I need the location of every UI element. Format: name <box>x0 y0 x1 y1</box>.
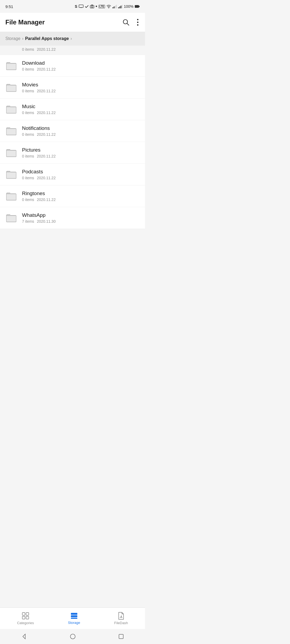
file-date: 2020.11.22 <box>37 154 56 158</box>
svg-rect-10 <box>118 7 119 8</box>
app-header: File Manager <box>0 13 145 32</box>
svg-rect-0 <box>79 5 83 8</box>
svg-line-17 <box>127 23 129 25</box>
file-info: Movies 0 items 2020.11.22 <box>22 82 56 93</box>
status-time: 9:51 <box>5 4 13 9</box>
svg-rect-15 <box>139 6 140 7</box>
svg-rect-13 <box>122 5 123 8</box>
svg-rect-25 <box>6 151 16 157</box>
list-item[interactable]: Notifications 0 items 2020.11.22 <box>0 120 145 142</box>
list-item[interactable]: WhatsApp 7 items 2020.11.30 <box>0 207 145 229</box>
file-meta: 0 items 2020.11.22 <box>22 197 56 202</box>
page-title: File Manager <box>5 19 45 26</box>
partial-meta: 0 items 2020.11.22 <box>22 47 56 52</box>
status-icons: S • LTE 100% <box>75 4 140 9</box>
dot-icon: • <box>96 4 97 9</box>
file-name: Podcasts <box>22 169 56 175</box>
svg-point-4 <box>91 6 93 8</box>
file-name: WhatsApp <box>22 212 56 218</box>
file-date: 2020.11.22 <box>37 176 56 180</box>
svg-rect-26 <box>6 172 16 178</box>
file-items-count: 0 items <box>22 154 34 158</box>
battery-icon <box>135 5 140 8</box>
file-items-count: 0 items <box>22 89 34 93</box>
search-button[interactable] <box>121 18 130 27</box>
svg-rect-14 <box>135 5 139 8</box>
search-icon <box>122 19 129 26</box>
folder-icon <box>5 190 17 202</box>
file-date: 2020.11.22 <box>37 111 56 115</box>
folder-icon <box>5 60 17 72</box>
svg-rect-22 <box>6 85 16 92</box>
file-info: Ringtones 0 items 2020.11.22 <box>22 191 56 202</box>
svg-rect-9 <box>116 5 117 8</box>
svg-rect-27 <box>6 194 16 200</box>
breadcrumb-sep-1: › <box>22 36 23 41</box>
list-item[interactable]: Ringtones 0 items 2020.11.22 <box>0 185 145 207</box>
file-meta: 0 items 2020.11.22 <box>22 89 56 93</box>
more-options-button[interactable] <box>136 18 140 27</box>
file-info: Download 0 items 2020.11.22 <box>22 60 56 71</box>
battery-percent: 100% <box>124 4 133 9</box>
file-name: Ringtones <box>22 191 56 196</box>
svg-point-18 <box>137 19 139 20</box>
svg-rect-21 <box>6 64 16 70</box>
list-item[interactable]: Podcasts 0 items 2020.11.22 <box>0 164 145 185</box>
svg-rect-8 <box>115 6 116 8</box>
file-items-count: 7 items <box>22 219 34 224</box>
wifi-icon <box>106 5 111 8</box>
camera-icon <box>90 5 94 8</box>
file-info: Music 0 items 2020.11.22 <box>22 104 56 115</box>
lte-icon: LTE <box>99 5 105 8</box>
file-name: Notifications <box>22 125 56 131</box>
file-meta: 0 items 2020.11.22 <box>22 176 56 180</box>
file-info: Pictures 0 items 2020.11.22 <box>22 147 56 158</box>
partial-date: 2020.11.22 <box>37 47 56 52</box>
file-meta: 0 items 2020.11.22 <box>22 111 56 115</box>
svg-point-5 <box>108 8 109 8</box>
file-items-count: 0 items <box>22 197 34 202</box>
svg-point-19 <box>137 22 139 23</box>
file-name: Download <box>22 60 56 66</box>
file-date: 2020.11.22 <box>37 197 56 202</box>
file-items-count: 0 items <box>22 111 34 115</box>
breadcrumb-current[interactable]: Parallel Apps storage <box>25 36 69 41</box>
file-item-partial[interactable]: 0 items 2020.11.22 <box>0 46 145 55</box>
file-meta: 0 items 2020.11.22 <box>22 132 56 137</box>
svg-rect-12 <box>121 6 121 8</box>
folder-icon <box>5 82 17 93</box>
svg-rect-24 <box>6 129 16 135</box>
breadcrumb-sep-2: › <box>70 36 72 41</box>
file-items-count: 0 items <box>22 67 34 71</box>
svg-rect-28 <box>6 216 16 222</box>
file-info: WhatsApp 7 items 2020.11.30 <box>22 212 56 224</box>
breadcrumb-root[interactable]: Storage <box>5 36 20 41</box>
svg-rect-7 <box>114 6 115 8</box>
list-item[interactable]: Music 0 items 2020.11.22 <box>0 98 145 120</box>
list-item[interactable]: Movies 0 items 2020.11.22 <box>0 77 145 98</box>
skype-icon: S <box>75 4 77 9</box>
signal-icon-2 <box>118 5 122 8</box>
svg-rect-6 <box>113 7 113 8</box>
more-vert-icon <box>137 19 139 26</box>
header-actions <box>121 18 140 27</box>
breadcrumb: Storage › Parallel Apps storage › <box>0 32 145 46</box>
list-item[interactable]: Pictures 0 items 2020.11.22 <box>0 142 145 164</box>
file-info: Podcasts 0 items 2020.11.22 <box>22 169 56 180</box>
folder-icon <box>5 103 17 115</box>
file-items-count: 0 items <box>22 132 34 137</box>
partial-items: 0 items <box>22 47 34 52</box>
file-date: 2020.11.22 <box>37 89 56 93</box>
file-name: Music <box>22 104 56 109</box>
svg-point-20 <box>137 24 139 26</box>
check-icon <box>85 5 89 8</box>
file-name: Movies <box>22 82 56 88</box>
file-date: 2020.11.22 <box>37 132 56 137</box>
svg-rect-23 <box>6 107 16 113</box>
list-item[interactable]: Download 0 items 2020.11.22 <box>0 55 145 77</box>
file-info: Notifications 0 items 2020.11.22 <box>22 125 56 137</box>
desktop-icon <box>79 5 84 8</box>
svg-rect-11 <box>119 6 120 8</box>
file-meta: 7 items 2020.11.30 <box>22 219 56 224</box>
file-list: Download 0 items 2020.11.22 Movies <box>0 55 145 229</box>
